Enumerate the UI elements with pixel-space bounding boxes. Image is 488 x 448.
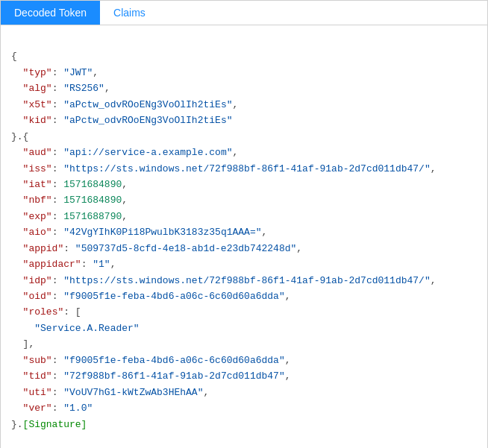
payload-appid: 509737d5-8cfd-4e18-ab1d-e23db742248d: [81, 243, 291, 254]
token-viewer: Decoded Token Claims { "typ": "JWT", "al…: [0, 0, 488, 448]
payload-idp: https://sts.windows.net/72f988bf-86f1-41…: [69, 275, 425, 286]
tab-claims[interactable]: Claims: [100, 1, 159, 25]
payload-tid: 72f988bf-86f1-41af-91ab-2d7cd011db47: [69, 370, 279, 382]
token-content: { "typ": "JWT", "alg": "RS256", "x5t": "…: [1, 25, 487, 448]
payload-nbf: 1571684890: [63, 195, 122, 206]
header-kid: aPctw_odvROoENg3VoOlIh2tiEs: [69, 115, 227, 126]
payload-roles-value: Service.A.Reader: [40, 323, 134, 334]
payload-oid: f9005f1e-feba-4bd6-a06c-6c60d60a6dda: [69, 291, 279, 302]
payload-uti: VoUV7hG1-kWtZwAb3HEhAA: [69, 387, 198, 398]
tab-bar: Decoded Token Claims: [1, 1, 487, 25]
header-typ: JWT: [69, 67, 87, 78]
payload-iat: 1571684890: [63, 179, 122, 190]
payload-sub: f9005f1e-feba-4bd6-a06c-6c60d60a6dda: [69, 355, 279, 366]
payload-roles-label: roles: [28, 306, 57, 318]
payload-ver: 1.0: [69, 403, 87, 414]
header-alg: RS256: [69, 83, 98, 94]
header-x5t: aPctw_odvROoENg3VoOlIh2tiEs: [69, 99, 227, 110]
payload-aud: api://service-a.example.com: [69, 147, 227, 158]
payload-iss: https://sts.windows.net/72f988bf-86f1-41…: [69, 163, 425, 174]
payload-aio: 42VgYIhK0Pi18PwulbK3183z35q1AAA=: [69, 227, 256, 238]
payload-appidacr: 1: [98, 259, 104, 270]
tab-decoded-token[interactable]: Decoded Token: [1, 1, 100, 25]
signature-label: [Signature]: [23, 419, 87, 430]
payload-exp: 1571688790: [63, 211, 122, 222]
